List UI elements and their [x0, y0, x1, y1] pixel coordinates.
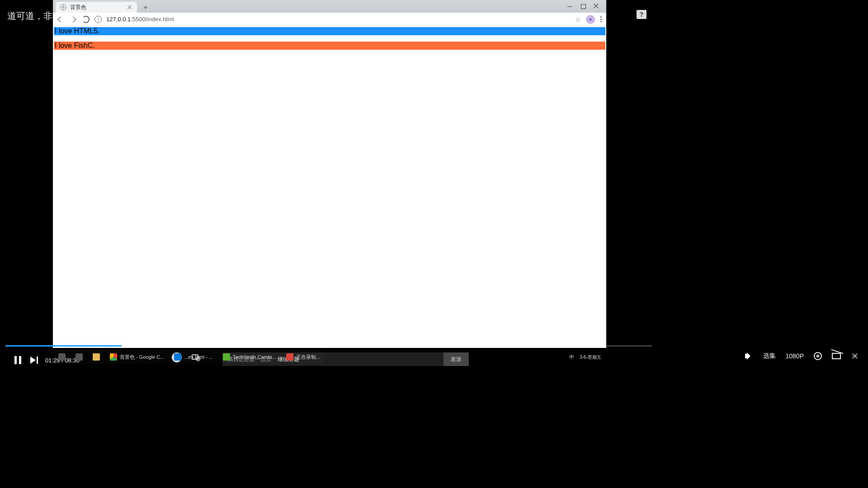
video-progress-track[interactable] — [5, 345, 652, 347]
quality-button[interactable]: 1080P — [786, 352, 804, 360]
theater-mode-icon[interactable] — [851, 352, 859, 360]
new-tab-button[interactable]: + — [141, 3, 151, 13]
address-bar-row: i 127.0.0.1:5500/index.html ☆ ● — [53, 13, 606, 26]
profile-avatar[interactable]: ● — [586, 15, 595, 24]
window-minimize-icon[interactable] — [566, 3, 573, 9]
danmaku-hint-b[interactable]: 继续答题 — [278, 356, 299, 363]
pip-disabled-icon[interactable] — [832, 353, 841, 359]
pause-icon — [14, 356, 21, 364]
svg-point-3 — [854, 355, 856, 357]
episodes-button[interactable]: 选集 — [763, 352, 776, 360]
time-current: 01:29 — [45, 357, 60, 364]
pause-button[interactable] — [10, 352, 25, 368]
chrome-menu-icon[interactable] — [599, 15, 603, 23]
url-host: 127.0.0.1 — [106, 16, 131, 23]
settings-icon[interactable] — [814, 352, 822, 360]
address-bar[interactable]: 127.0.0.1:5500/index.html — [106, 16, 570, 23]
back-button[interactable] — [57, 15, 65, 23]
time-total: 08:30 — [65, 357, 80, 364]
next-icon — [30, 357, 36, 364]
next-button[interactable] — [25, 352, 41, 368]
browser-window: 背景色 + i 127.0.0.1:5500/index.html ☆ ● I … — [53, 0, 606, 348]
site-info-icon[interactable]: i — [94, 16, 102, 23]
globe-icon — [60, 4, 66, 10]
danmaku-input[interactable]: 高转正还差一点点 继续答题 发送 — [222, 352, 469, 366]
window-maximize-icon[interactable] — [580, 3, 586, 9]
danmaku-hint-a: 高转正还差一点点 — [228, 356, 271, 363]
forward-button[interactable] — [69, 15, 77, 23]
tab-title: 背景色 — [70, 4, 123, 11]
url-path: :5500/index.html — [131, 16, 174, 23]
page-viewport: I love HTML5. I love FishC. — [53, 26, 606, 348]
tab-close-icon[interactable] — [127, 5, 132, 10]
volume-icon[interactable] — [745, 352, 753, 360]
danmaku-send-button[interactable]: 发送 — [443, 352, 469, 366]
paragraph-html5: I love HTML5. — [54, 27, 605, 35]
time-sep: / — [60, 357, 65, 364]
tab-strip: 背景色 + — [53, 0, 606, 13]
window-close-icon[interactable] — [594, 3, 600, 9]
time-display: 01:29 / 08:30 — [45, 357, 80, 364]
help-button[interactable]: ? — [637, 10, 646, 19]
reload-button[interactable] — [82, 15, 90, 23]
tab-active[interactable]: 背景色 — [56, 2, 137, 13]
video-progress-filled — [5, 345, 122, 347]
paragraph-fishc: I love FishC. — [54, 42, 605, 50]
danmaku-toggle-icon[interactable]: 弹 — [172, 352, 182, 362]
danmaku-settings-icon[interactable] — [191, 353, 201, 362]
bookmark-star-icon[interactable]: ☆ — [574, 16, 581, 23]
